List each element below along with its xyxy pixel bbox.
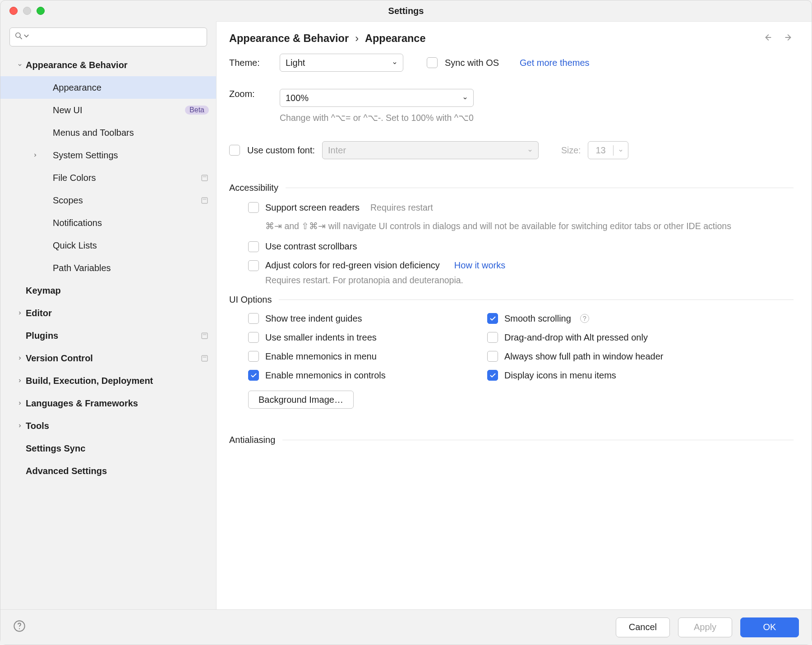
ok-button-label: OK <box>763 622 776 632</box>
breadcrumb-parent[interactable]: Appearance & Behavior <box>229 32 349 45</box>
sidebar-item-system-settings[interactable]: System Settings <box>0 144 216 166</box>
window-title: Settings <box>388 6 424 16</box>
dialog-footer: Cancel Apply OK <box>0 609 812 645</box>
get-more-themes-link[interactable]: Get more themes <box>520 58 590 68</box>
section-accessibility-title: Accessibility <box>229 183 278 193</box>
search-history-icon[interactable] <box>22 32 31 42</box>
use-custom-font-label: Use custom font: <box>247 145 315 156</box>
nav-back-button[interactable] <box>763 32 773 45</box>
sidebar-item-label: Editor <box>26 308 209 318</box>
expand-icon[interactable] <box>14 310 26 316</box>
screen-readers-hint: ⌘⇥ and ⇧⌘⇥ will navigate UI controls in … <box>265 220 761 232</box>
contrast-scrollbars-row: Use contrast scrollbars <box>248 241 794 252</box>
apply-button[interactable]: Apply <box>678 617 732 637</box>
nav-forward-button[interactable] <box>784 32 794 45</box>
smaller-indents-row: Use smaller indents in trees <box>248 332 487 343</box>
sidebar-item-label: Languages & Frameworks <box>26 398 209 409</box>
sidebar-item-languages-frameworks[interactable]: Languages & Frameworks <box>0 392 216 415</box>
expand-icon[interactable] <box>29 152 41 158</box>
minimize-window-button[interactable] <box>23 7 31 15</box>
mnemonics-menu-row: Enable mnemonics in menu <box>248 351 487 362</box>
enable-mnemonics-menu-checkbox[interactable] <box>248 351 259 362</box>
sidebar-item-editor[interactable]: Editor <box>0 302 216 324</box>
show-tree-indent-guides-checkbox[interactable] <box>248 313 259 324</box>
sidebar-item-file-colors[interactable]: File Colors <box>0 166 216 189</box>
ok-button[interactable]: OK <box>740 617 799 637</box>
section-antialiasing-title: Antialiasing <box>229 435 275 445</box>
zoom-select[interactable]: 100% <box>280 89 474 107</box>
sidebar-item-new-ui[interactable]: New UIBeta <box>0 99 216 121</box>
sync-with-os-label: Sync with OS <box>445 58 499 68</box>
help-icon[interactable]: ? <box>580 314 589 323</box>
sidebar-item-path-variables[interactable]: Path Variables <box>0 257 216 279</box>
sidebar-item-scopes[interactable]: Scopes <box>0 189 216 212</box>
window-controls <box>9 7 45 15</box>
background-image-button[interactable]: Background Image… <box>248 391 354 409</box>
expand-icon[interactable] <box>14 62 26 68</box>
mnemonics-ctrl-row: Enable mnemonics in controls <box>248 370 487 381</box>
sidebar-item-tools[interactable]: Tools <box>0 415 216 437</box>
sidebar-item-menus-and-toolbars[interactable]: Menus and Toolbars <box>0 121 216 144</box>
sidebar-item-quick-lists[interactable]: Quick Lists <box>0 234 216 257</box>
zoom-select-value: 100% <box>286 93 458 103</box>
expand-icon[interactable] <box>14 355 26 361</box>
sidebar-item-keymap[interactable]: Keymap <box>0 279 216 302</box>
expand-icon[interactable] <box>14 423 26 428</box>
sidebar-item-version-control[interactable]: Version Control <box>0 347 216 369</box>
search-input[interactable] <box>9 28 207 46</box>
expand-icon[interactable] <box>14 401 26 406</box>
project-level-icon <box>200 354 209 363</box>
font-size-stepper[interactable]: 13 <box>588 141 628 159</box>
support-screen-readers-checkbox[interactable] <box>248 202 259 213</box>
dnd-alt-checkbox[interactable] <box>487 332 498 343</box>
breadcrumb-nav <box>763 32 794 45</box>
sidebar-item-appearance[interactable]: Appearance <box>0 76 216 99</box>
section-accessibility: Accessibility <box>229 183 794 193</box>
show-tree-indent-guides-label: Show tree indent guides <box>265 313 362 324</box>
section-ui-options: UI Options <box>229 295 794 305</box>
section-antialiasing: Antialiasing <box>229 435 794 445</box>
color-deficiency-checkbox[interactable] <box>248 260 259 271</box>
project-level-icon <box>200 196 209 205</box>
how-it-works-link[interactable]: How it works <box>454 260 505 271</box>
sidebar-item-label: Appearance <box>53 83 209 93</box>
close-window-button[interactable] <box>9 7 18 15</box>
theme-select[interactable]: Light <box>280 54 403 72</box>
display-icons-menu-checkbox[interactable] <box>487 370 498 381</box>
sidebar-item-notifications[interactable]: Notifications <box>0 212 216 234</box>
always-show-full-path-label: Always show full path in window header <box>504 351 663 362</box>
font-family-select[interactable]: Inter <box>322 141 539 159</box>
sidebar-item-label: Notifications <box>53 218 209 228</box>
use-custom-font-checkbox[interactable] <box>229 145 240 156</box>
search-field[interactable] <box>33 32 202 42</box>
sidebar-item-advanced-settings[interactable]: Advanced Settings <box>0 460 216 482</box>
help-button[interactable] <box>13 620 26 635</box>
enable-mnemonics-controls-checkbox[interactable] <box>248 370 259 381</box>
content-scroll[interactable]: Theme: Light Sync with OS Get more theme… <box>217 53 812 609</box>
expand-icon[interactable] <box>14 378 26 383</box>
settings-tree: Appearance & BehaviorAppearanceNew UIBet… <box>0 51 216 609</box>
theme-select-value: Light <box>286 58 388 68</box>
color-deficiency-row: Adjust colors for red-green vision defic… <box>248 260 794 271</box>
apply-button-label: Apply <box>694 622 716 632</box>
sidebar-item-appearance-behavior[interactable]: Appearance & Behavior <box>0 54 216 76</box>
always-show-full-path-checkbox[interactable] <box>487 351 498 362</box>
zoom-label: Zoom: <box>229 89 272 99</box>
theme-row: Theme: Light Sync with OS Get more theme… <box>229 54 794 72</box>
section-divider <box>279 299 794 300</box>
use-contrast-scrollbars-checkbox[interactable] <box>248 241 259 252</box>
sidebar-item-settings-sync[interactable]: Settings Sync <box>0 437 216 460</box>
smooth-scrolling-checkbox[interactable] <box>487 313 498 324</box>
font-size-value: 13 <box>588 145 613 156</box>
cancel-button[interactable]: Cancel <box>616 617 670 637</box>
project-level-icon <box>200 174 209 182</box>
sync-with-os-checkbox[interactable] <box>427 57 438 68</box>
font-size-label: Size: <box>561 145 581 156</box>
sidebar-item-plugins[interactable]: Plugins <box>0 324 216 347</box>
zoom-hint: Change with ^⌥= or ^⌥-. Set to 100% with… <box>280 111 474 124</box>
zoom-window-button[interactable] <box>37 7 45 15</box>
menu-icons-row: Display icons in menu items <box>487 370 794 381</box>
use-smaller-indents-checkbox[interactable] <box>248 332 259 343</box>
sidebar-item-build-execution-deployment[interactable]: Build, Execution, Deployment <box>0 369 216 392</box>
sidebar-item-label: Settings Sync <box>26 443 209 454</box>
